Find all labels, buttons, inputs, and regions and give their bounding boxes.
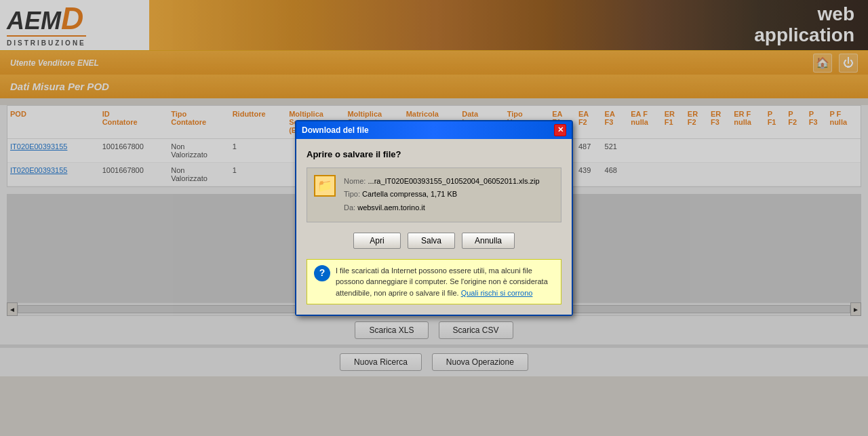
apri-button[interactable]: Apri	[353, 233, 401, 249]
modal-body: Aprire o salvare il file? 📁 Nome: ...ra_…	[296, 139, 572, 315]
modal-title: Download del file	[302, 125, 369, 135]
warning-icon: ?	[314, 265, 330, 281]
warning-text-content: I file scaricati da Internet possono ess…	[336, 265, 554, 299]
salva-button[interactable]: Salva	[408, 233, 455, 249]
file-tipo-label: Tipo:	[344, 190, 360, 198]
modal-titlebar: Download del file ✕	[296, 121, 572, 139]
modal-overlay: Download del file ✕ Aprire o salvare il …	[0, 0, 868, 376]
file-da-row: Da: websvil.aem.torino.it	[344, 201, 540, 215]
file-nome-value: ...ra_IT020E00393155_01052004_06052011.x…	[368, 177, 539, 185]
file-da-value: websvil.aem.torino.it	[357, 203, 425, 212]
warning-link[interactable]: Quali rischi si corrono	[461, 289, 533, 297]
modal-warning: ? I file scaricati da Internet possono e…	[307, 259, 561, 305]
modal-question: Aprire o salvare il file?	[307, 149, 561, 159]
modal-close-button[interactable]: ✕	[554, 124, 566, 136]
modal-dialog: Download del file ✕ Aprire o salvare il …	[295, 120, 573, 317]
file-nome-label: Nome:	[344, 177, 366, 185]
file-details: Nome: ...ra_IT020E00393155_01052004_0605…	[344, 175, 540, 215]
file-da-label: Da:	[344, 203, 355, 212]
file-tipo-value: Cartella compressa, 1,71 KB	[362, 190, 457, 198]
file-tipo-row: Tipo: Cartella compressa, 1,71 KB	[344, 188, 540, 201]
file-icon: 📁	[314, 175, 336, 197]
file-nome-row: Nome: ...ra_IT020E00393155_01052004_0605…	[344, 175, 540, 189]
modal-action-buttons: Apri Salva Annulla	[307, 233, 561, 249]
annulla-button[interactable]: Annulla	[462, 233, 515, 249]
modal-file-info: 📁 Nome: ...ra_IT020E00393155_01052004_06…	[307, 167, 561, 222]
